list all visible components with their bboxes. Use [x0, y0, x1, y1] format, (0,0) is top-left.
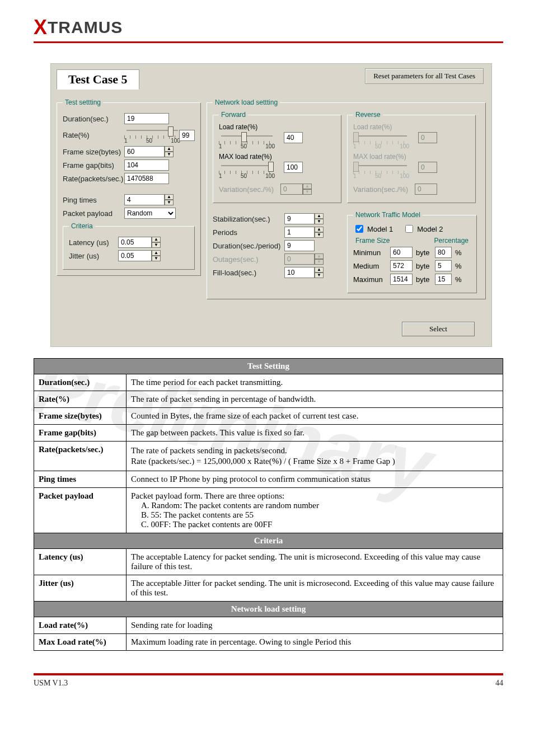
spin-up[interactable]: ▲: [315, 213, 324, 219]
forward-max-load-label: MAX load rate(%): [219, 153, 335, 161]
jitter-spin[interactable]: ▲▼: [118, 250, 161, 261]
spin-down[interactable]: ▼: [315, 219, 324, 224]
forward-variation-label: Variation(sec./%): [219, 185, 280, 194]
fill-load-input[interactable]: [284, 267, 315, 278]
frame-size-input[interactable]: [124, 146, 165, 157]
tab-test-case-5[interactable]: Test Case 5: [57, 69, 139, 90]
spin-up[interactable]: ▲: [152, 237, 161, 242]
ntm-med-pct[interactable]: [435, 260, 452, 271]
spin-down[interactable]: ▼: [315, 273, 324, 278]
ntm-max-value[interactable]: [390, 274, 413, 285]
spin-down[interactable]: ▼: [165, 152, 174, 157]
table-row: Frame gap(bits) The gap between packets.…: [34, 425, 503, 442]
jitter-label: Jitter (us): [69, 252, 118, 260]
footer-page: 44: [495, 679, 503, 688]
reverse-legend: Reverse: [353, 111, 383, 119]
periods-spin[interactable]: ▲▼: [284, 227, 324, 238]
spin-down[interactable]: ▼: [152, 256, 161, 261]
ntm-max-label: Maximun: [353, 275, 387, 284]
spin-down[interactable]: ▼: [152, 242, 161, 248]
reverse-variation-label: Variation(sec./%): [353, 185, 415, 194]
spin-up[interactable]: ▲: [315, 267, 324, 273]
spin-down: ▼: [315, 259, 324, 265]
criteria-legend: Criteria: [69, 222, 95, 230]
spin-up[interactable]: ▲: [165, 146, 174, 152]
duration-input[interactable]: [124, 113, 169, 124]
reset-button[interactable]: Reset parameters for all Test Cases: [365, 68, 484, 84]
ping-input[interactable]: [124, 194, 165, 205]
forward-max-load-input[interactable]: [284, 162, 303, 173]
forward-load-rate-input[interactable]: [284, 132, 303, 143]
spin-down[interactable]: ▼: [315, 232, 324, 238]
reverse-max-load-slider: [353, 162, 409, 170]
fill-load-spin[interactable]: ▲▼: [284, 267, 324, 278]
section-test-setting: Test Setting: [34, 359, 503, 374]
spin-down[interactable]: ▼: [165, 200, 174, 205]
rate-slider[interactable]: [124, 126, 180, 134]
forward-max-load-slider[interactable]: [219, 162, 275, 170]
outages-label: Outages(sec.): [213, 255, 284, 264]
rate-value[interactable]: [179, 130, 195, 141]
rate-label: Rate(%): [63, 131, 124, 139]
model2-cb-input[interactable]: [405, 225, 413, 233]
model1-cb-input[interactable]: [355, 225, 363, 233]
latency-spin[interactable]: ▲▼: [118, 237, 161, 248]
stabilization-spin[interactable]: ▲▼: [284, 213, 324, 224]
section-network-load: Network load setting: [34, 602, 503, 617]
stabilization-input[interactable]: [284, 213, 315, 224]
model1-checkbox[interactable]: Model 1: [353, 223, 393, 234]
ntm-max-pct[interactable]: [435, 274, 452, 285]
ntm-min-value[interactable]: [390, 247, 413, 258]
select-button-label: Select: [429, 325, 447, 333]
table-row: Ping times Connect to IP Phone by ping p…: [34, 471, 503, 488]
section-criteria: Criteria: [34, 533, 503, 549]
spin-down: ▼: [303, 189, 312, 195]
ntm-legend: Network Traffic Model: [353, 211, 423, 219]
table-row: Max Load rate(%) Maximum loading rate in…: [34, 634, 503, 651]
table-row: Packet payload Packet payload form. Ther…: [34, 488, 503, 533]
spin-up[interactable]: ▲: [152, 250, 161, 256]
table-row: Duration(sec.) The time period for each …: [34, 374, 503, 391]
ntm-min-pct[interactable]: [435, 247, 452, 258]
model2-checkbox[interactable]: Model 2: [403, 223, 443, 234]
spin-up[interactable]: ▲: [165, 194, 174, 200]
ping-spin[interactable]: ▲▼: [124, 194, 174, 205]
table-row: Rate(%) The rate of packet sending in pe…: [34, 391, 503, 408]
reverse-variation-input: [415, 184, 437, 195]
latency-input[interactable]: [118, 237, 152, 248]
parameter-table: Test Setting Duration(sec.) The time per…: [34, 358, 503, 651]
ntm-med-value[interactable]: [390, 260, 413, 271]
frame-size-spin[interactable]: ▲▼: [124, 146, 174, 157]
outages-spin: ▲▼: [284, 253, 324, 265]
frame-size-heading: Frame Size: [355, 237, 390, 245]
duration-per-period-input[interactable]: [284, 240, 315, 251]
footer-rule: [34, 673, 503, 675]
select-button[interactable]: Select: [402, 322, 475, 336]
forward-load-rate-slider[interactable]: [219, 132, 275, 140]
network-load-legend: Network load settting: [213, 98, 280, 106]
tab-label: Test Case 5: [68, 72, 128, 86]
reverse-group: Reverse Load rate(%) 150100 MAX load rat…: [347, 111, 476, 203]
periods-input[interactable]: [284, 227, 315, 238]
criteria-group: Criteria Latency (us) ▲▼ Jitter (us) ▲▼: [63, 222, 195, 270]
duration-per-period-label: Duration(sec./period): [213, 242, 284, 250]
rate-pps-input[interactable]: [124, 173, 169, 184]
frame-gap-label: Frame gap(bits): [63, 161, 124, 170]
brand-logo: XTRAMUS: [34, 16, 503, 39]
payload-select[interactable]: Random: [124, 208, 176, 219]
footer-left: USM V1.3: [34, 679, 68, 688]
ntm-min-label: Minimun: [353, 248, 387, 257]
stabilization-label: Stabilization(sec.): [213, 215, 284, 223]
forward-legend: Forward: [219, 111, 248, 119]
rate-pps-label: Rate(packets/sec.): [63, 175, 124, 183]
jitter-input[interactable]: [118, 250, 152, 261]
table-row: Rate(packets/sec.) The rate of packets s…: [34, 442, 503, 471]
reset-button-label: Reset parameters for all Test Cases: [373, 72, 475, 80]
test-setting-group: Test settting Duration(sec.) Rate(%) 150…: [57, 98, 201, 276]
spin-up: ▲: [315, 253, 324, 259]
spin-up[interactable]: ▲: [315, 227, 324, 232]
forward-load-rate-label: Load rate(%): [219, 123, 335, 131]
frame-gap-input[interactable]: [124, 159, 169, 171]
periods-label: Periods: [213, 228, 284, 237]
forward-variation-spin: ▲▼: [280, 184, 312, 195]
